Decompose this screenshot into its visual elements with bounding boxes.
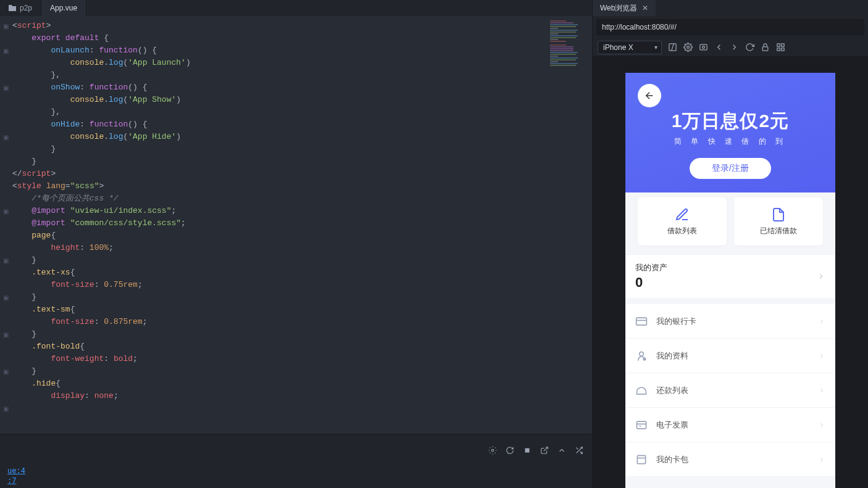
browser-tabs: Web浏览器 ✕ [593,0,868,16]
editor-tabs: p2p App.vue [0,0,592,16]
close-icon[interactable]: ✕ [642,4,648,12]
editor-footer [0,434,592,466]
svg-rect-12 [782,44,784,46]
login-button-label: 登录/注册 [712,163,749,174]
device-select-label: iPhone X [603,43,633,52]
chevron-right-icon [817,272,825,281]
browser-toolbar: iPhone X [593,38,868,57]
svg-line-5 [576,447,578,449]
code-content[interactable]: <script> export default { onLaunch: func… [11,16,592,434]
tab-folder[interactable]: p2p [0,0,41,16]
login-button[interactable]: 登录/注册 [690,158,771,179]
card-label: 已结清借款 [760,226,797,236]
lock-icon[interactable] [761,43,770,52]
svg-rect-20 [637,421,646,429]
svg-point-18 [640,352,644,356]
card-label: 借款列表 [667,226,697,236]
forward-icon[interactable] [730,43,739,52]
svg-rect-21 [637,455,645,463]
chevron-up-icon[interactable] [557,446,566,455]
chevron-right-icon [818,352,825,360]
status-line-2[interactable]: :7 [4,476,588,486]
svg-rect-13 [777,48,780,51]
svg-rect-14 [782,48,784,51]
chevron-right-icon [818,456,825,463]
svg-rect-1 [525,448,530,452]
menu-item-icon [635,315,648,328]
chevron-right-icon [818,318,825,325]
tab-folder-label: p2p [20,4,32,12]
svg-line-2 [544,447,548,450]
restart-icon[interactable] [506,446,514,455]
asset-value: 0 [635,275,667,291]
preview-header: 1万日息仅2元 简 单 快 速 借 的 到 登录/注册 [625,73,835,192]
status-line-1[interactable]: ue:4 [4,466,588,476]
editor-body[interactable]: ▣▣▣▣▣▣▣▣▣▣ <script> export default { onL… [0,16,592,434]
stop-icon[interactable] [523,446,532,455]
arrow-left-icon [644,90,655,101]
svg-point-9 [703,46,705,49]
menu-item-label: 我的资料 [656,350,809,362]
bug-icon[interactable] [488,446,497,455]
url-input[interactable] [596,19,864,35]
preview-area: 1万日息仅2元 简 单 快 速 借 的 到 登录/注册 借款列表 已结清借款 [593,57,868,488]
gutter: ▣▣▣▣▣▣▣▣▣▣ [0,16,11,434]
svg-point-7 [687,46,690,49]
browser-tab-label: Web浏览器 [600,3,637,14]
edit-icon [675,207,690,222]
hero-title: 1万日息仅2元 [638,109,823,134]
svg-rect-8 [700,44,707,50]
screenshot-icon[interactable] [699,43,708,52]
mobile-preview[interactable]: 1万日息仅2元 简 单 快 速 借 的 到 登录/注册 借款列表 已结清借款 [625,73,835,488]
asset-row[interactable]: 我的资产 0 [625,254,835,298]
gear-icon[interactable] [683,43,693,52]
list-item[interactable]: 我的资料 [625,339,835,373]
inspect-icon[interactable] [668,43,677,52]
cards-row: 借款列表 已结清借款 [625,189,835,254]
tab-file-label: App.vue [50,4,77,12]
list-item[interactable]: 电子发票 [625,408,835,442]
card-settled[interactable]: 已结清借款 [734,197,823,246]
menu-item-icon [635,350,648,362]
menu-item-label: 还款列表 [656,385,809,396]
shuffle-icon[interactable] [575,446,583,455]
browser-tab[interactable]: Web浏览器 ✕ [593,0,656,16]
status-bar: ue:4 :7 [0,466,592,488]
back-icon[interactable] [714,43,724,52]
list-item[interactable]: 还款列表 [625,373,835,408]
svg-rect-10 [762,47,768,51]
file-icon [771,207,786,222]
svg-rect-16 [636,318,647,325]
card-loan-list[interactable]: 借款列表 [638,197,727,246]
editor-pane: p2p App.vue ▣▣▣▣▣▣▣▣▣▣ <script> export d… [0,0,592,488]
chevron-right-icon [818,387,825,394]
svg-rect-11 [777,44,780,46]
reload-icon[interactable] [745,43,754,52]
hero-subtitle: 简 单 快 速 借 的 到 [638,136,823,147]
browser-pane: Web浏览器 ✕ iPhone X [592,0,868,488]
list-item[interactable]: 我的卡包 [625,442,835,477]
menu-item-label: 电子发票 [656,420,809,431]
menu-item-icon [635,384,648,397]
tab-file-active[interactable]: App.vue [41,0,86,16]
external-icon[interactable] [540,446,549,455]
svg-point-0 [491,449,494,452]
grid-icon[interactable] [776,43,785,52]
device-select[interactable]: iPhone X [598,41,662,54]
menu-item-label: 我的卡包 [656,454,809,465]
folder-icon [9,5,16,11]
preview-back-button[interactable] [638,84,661,107]
menu-item-icon [635,419,648,431]
chevron-right-icon [818,421,825,429]
list-item[interactable]: 我的银行卡 [625,304,835,339]
menu-item-icon [635,453,648,466]
asset-label: 我的资产 [635,262,667,273]
menu-item-label: 我的银行卡 [656,316,809,327]
menu-list: 我的银行卡我的资料还款列表电子发票我的卡包 [625,304,835,477]
